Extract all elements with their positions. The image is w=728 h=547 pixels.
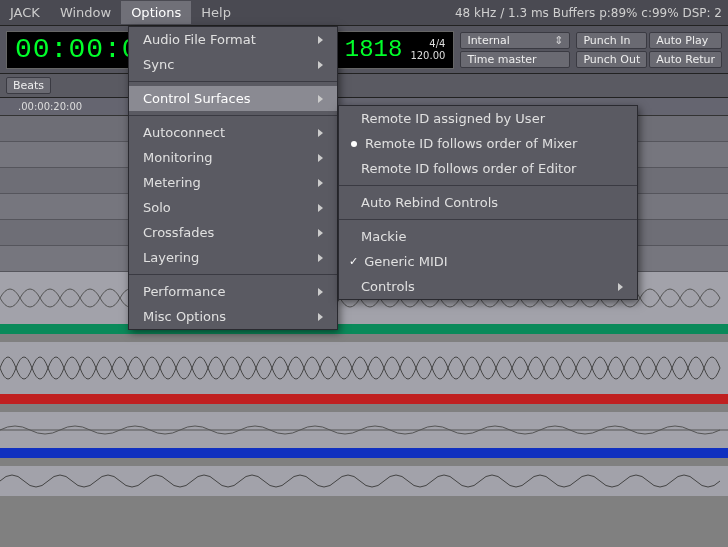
- svg-rect-1: [0, 342, 728, 394]
- menu-item-label: Controls: [361, 279, 604, 294]
- region-bar[interactable]: [0, 324, 728, 334]
- submenu-item-remote-id-assigned-by-user[interactable]: Remote ID assigned by User: [339, 106, 637, 131]
- menu-separator: [129, 115, 337, 116]
- chevron-right-icon: [318, 229, 323, 237]
- punch-in-button[interactable]: Punch In: [576, 32, 647, 49]
- menu-item-label: Autoconnect: [143, 125, 304, 140]
- waveform-icon: [0, 466, 728, 496]
- auto-return-button[interactable]: Auto Retur: [649, 51, 722, 68]
- menu-item-autoconnect[interactable]: Autoconnect: [129, 120, 337, 145]
- waveform-icon: [0, 342, 728, 394]
- chevron-right-icon: [318, 313, 323, 321]
- svg-rect-4: [0, 466, 728, 496]
- options-menu: Audio File FormatSyncControl SurfacesAut…: [128, 26, 338, 330]
- chevron-right-icon: [318, 95, 323, 103]
- menu-item-label: Remote ID follows order of Editor: [361, 161, 623, 176]
- chevron-right-icon: [618, 283, 623, 291]
- ruler-label: .00:00:20:00: [18, 101, 82, 112]
- chevron-right-icon: [318, 129, 323, 137]
- menu-separator: [339, 185, 637, 186]
- menu-item-crossfades[interactable]: Crossfades: [129, 220, 337, 245]
- menubar: JACK Window Options Help 48 kHz / 1.3 ms…: [0, 0, 728, 26]
- bars-value: 1818: [345, 36, 403, 63]
- region-bar[interactable]: [0, 394, 728, 404]
- control-surfaces-submenu: Remote ID assigned by UserRemote ID foll…: [338, 105, 638, 300]
- menu-help[interactable]: Help: [191, 1, 241, 24]
- submenu-item-remote-id-follows-order-of-mixer[interactable]: Remote ID follows order of Mixer: [339, 131, 637, 156]
- menu-window[interactable]: Window: [50, 1, 121, 24]
- submenu-item-controls[interactable]: Controls: [339, 274, 637, 299]
- chevron-right-icon: [318, 254, 323, 262]
- audio-track[interactable]: [0, 466, 728, 496]
- menu-item-label: Control Surfaces: [143, 91, 304, 106]
- clock-source-select[interactable]: Internal⇕: [460, 32, 570, 49]
- menu-item-label: Sync: [143, 57, 304, 72]
- menu-item-label: Performance: [143, 284, 304, 299]
- menu-item-control-surfaces[interactable]: Control Surfaces: [129, 86, 337, 111]
- menu-item-layering[interactable]: Layering: [129, 245, 337, 270]
- menu-item-label: Crossfades: [143, 225, 304, 240]
- submenu-item-remote-id-follows-order-of-editor[interactable]: Remote ID follows order of Editor: [339, 156, 637, 181]
- menu-item-performance[interactable]: Performance: [129, 279, 337, 304]
- menu-item-label: Solo: [143, 200, 304, 215]
- chevron-right-icon: [318, 204, 323, 212]
- audio-track[interactable]: [0, 342, 728, 394]
- tempo: 120.00: [410, 50, 445, 62]
- chevron-right-icon: [318, 154, 323, 162]
- menu-item-label: Layering: [143, 250, 304, 265]
- menu-item-solo[interactable]: Solo: [129, 195, 337, 220]
- menu-item-misc-options[interactable]: Misc Options: [129, 304, 337, 329]
- chevron-right-icon: [318, 288, 323, 296]
- menu-separator: [129, 274, 337, 275]
- menu-item-label: Monitoring: [143, 150, 304, 165]
- chevron-updown-icon: ⇕: [554, 34, 563, 47]
- chevron-right-icon: [318, 61, 323, 69]
- bars-display[interactable]: 1818 4/4 120.00: [336, 31, 455, 69]
- menu-separator: [129, 81, 337, 82]
- beats-button[interactable]: Beats: [6, 77, 51, 94]
- menu-item-label: Audio File Format: [143, 32, 304, 47]
- waveform-icon: [0, 412, 728, 448]
- auto-play-button[interactable]: Auto Play: [649, 32, 722, 49]
- timesig: 4/4: [429, 38, 445, 50]
- menu-item-label: Mackie: [361, 229, 623, 244]
- submenu-item-mackie[interactable]: Mackie: [339, 224, 637, 249]
- menu-item-label: Remote ID assigned by User: [361, 111, 623, 126]
- time-master-button[interactable]: Time master: [460, 51, 570, 68]
- menu-separator: [339, 219, 637, 220]
- menu-item-sync[interactable]: Sync: [129, 52, 337, 77]
- submenu-item-generic-midi[interactable]: ✓Generic MIDI: [339, 249, 637, 274]
- submenu-item-auto-rebind-controls[interactable]: Auto Rebind Controls: [339, 190, 637, 215]
- menu-item-label: Generic MIDI: [364, 254, 623, 269]
- menu-item-monitoring[interactable]: Monitoring: [129, 145, 337, 170]
- radio-selected-icon: [351, 141, 357, 147]
- transport-bar: 00:00:0 1818 4/4 120.00 Internal⇕ Time m…: [0, 26, 728, 74]
- audio-track[interactable]: [0, 412, 728, 448]
- menu-jack[interactable]: JACK: [0, 1, 50, 24]
- chevron-right-icon: [318, 179, 323, 187]
- status-text: 48 kHz / 1.3 ms Buffers p:89% c:99% DSP:…: [455, 6, 728, 20]
- chevron-right-icon: [318, 36, 323, 44]
- menu-item-label: Auto Rebind Controls: [361, 195, 623, 210]
- punch-out-button[interactable]: Punch Out: [576, 51, 647, 68]
- menu-options[interactable]: Options: [121, 1, 191, 24]
- check-icon: ✓: [349, 255, 358, 268]
- secondary-bar: Beats: [0, 74, 728, 98]
- menu-item-label: Metering: [143, 175, 304, 190]
- region-bar[interactable]: [0, 448, 728, 458]
- menu-item-audio-file-format[interactable]: Audio File Format: [129, 27, 337, 52]
- menu-item-label: Misc Options: [143, 309, 304, 324]
- menu-item-metering[interactable]: Metering: [129, 170, 337, 195]
- menu-item-label: Remote ID follows order of Mixer: [365, 136, 623, 151]
